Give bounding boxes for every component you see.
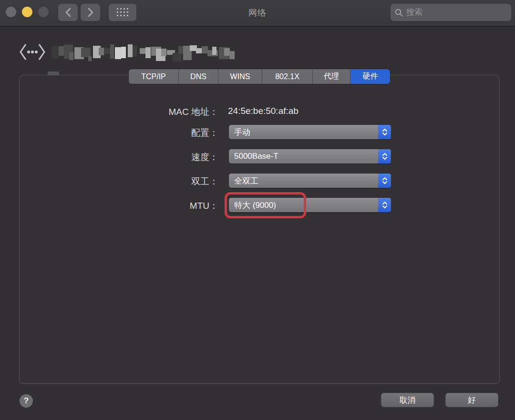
mtu-dropdown[interactable]: 特大 (9000)	[229, 198, 391, 212]
duplex-dropdown[interactable]: 全双工	[229, 174, 391, 188]
configure-dropdown-value: 手动	[229, 127, 378, 138]
speed-dropdown[interactable]: 5000Base-T	[229, 149, 391, 164]
tab-bar: TCP/IP DNS WINS 802.1X 代理 硬件	[129, 69, 390, 84]
tab-tcpip[interactable]: TCP/IP	[129, 69, 179, 84]
tab-dns[interactable]: DNS	[179, 69, 218, 84]
search-icon	[395, 9, 403, 17]
search-input[interactable]	[406, 8, 507, 17]
mtu-label: MTU：	[0, 200, 218, 212]
stepper-chevrons-icon	[378, 149, 391, 164]
redacted-interface-name	[52, 41, 238, 62]
tab-wins[interactable]: WINS	[218, 69, 262, 84]
tab-hardware[interactable]: 硬件	[350, 69, 390, 84]
network-preferences-window: 网络 TCP/IP DNS WINS 802.1X 代理 硬件 MAC 地	[0, 0, 515, 420]
duplex-label: 双工：	[0, 175, 218, 188]
mtu-dropdown-value: 特大 (9000)	[229, 200, 378, 211]
ethernet-interface-icon	[19, 43, 46, 61]
tab-proxy[interactable]: 代理	[313, 69, 350, 84]
cancel-button[interactable]: 取消	[381, 393, 434, 407]
speed-dropdown-value: 5000Base-T	[229, 152, 378, 161]
stepper-chevrons-icon	[378, 174, 391, 188]
speed-label: 速度：	[0, 151, 218, 164]
tab-8021x[interactable]: 802.1X	[262, 69, 313, 84]
search-field[interactable]	[391, 4, 511, 21]
ok-button[interactable]: 好	[445, 393, 498, 407]
duplex-dropdown-value: 全双工	[229, 175, 378, 186]
configure-dropdown[interactable]: 手动	[229, 125, 391, 139]
mac-address-value: 24:5e:be:50:af:ab	[228, 106, 299, 116]
mac-address-label: MAC 地址：	[0, 106, 218, 118]
help-button[interactable]: ?	[20, 394, 33, 408]
configure-label: 配置：	[0, 127, 218, 139]
hardware-settings-panel	[19, 75, 500, 384]
interface-header	[19, 41, 238, 63]
titlebar: 网络	[0, 0, 515, 27]
stepper-chevrons-icon	[378, 125, 391, 139]
stepper-chevrons-icon	[378, 198, 391, 212]
